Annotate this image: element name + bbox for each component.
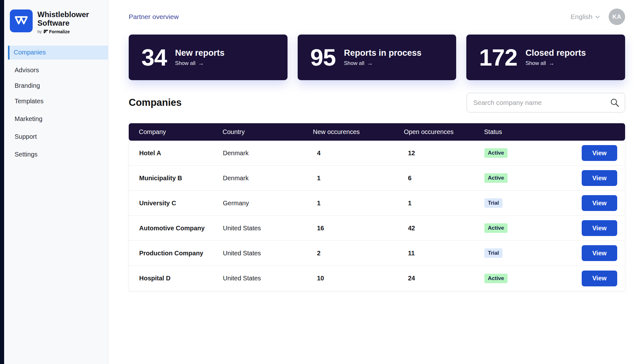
- table-row: University C Germany 1 1 Trial View: [129, 191, 625, 216]
- cell-open-occurences: 11: [404, 250, 484, 257]
- status-badge: Trial: [484, 198, 502, 208]
- table-row: Hospital D United States 10 24 Active Vi…: [129, 266, 625, 291]
- cell-new-occurences: 1: [313, 200, 404, 207]
- status-badge: Active: [484, 223, 508, 233]
- status-badge: Active: [484, 274, 508, 283]
- stat-label: Reports in process: [344, 48, 422, 58]
- cell-company: Production Company: [139, 250, 223, 257]
- table-row: Automotive Company United States 16 42 A…: [129, 216, 625, 241]
- search-icon: [610, 98, 619, 109]
- table-row: Hotel A Denmark 4 12 Active View: [129, 141, 625, 166]
- search-input[interactable]: [467, 93, 625, 112]
- language-label: English: [571, 13, 592, 21]
- cell-new-occurences: 4: [313, 150, 404, 157]
- brand-name-line2: Software: [37, 19, 89, 28]
- cell-country: United States: [223, 250, 313, 257]
- cell-country: Germany: [223, 200, 313, 207]
- stat-value: 34: [141, 44, 167, 71]
- stat-label: New reports: [175, 48, 224, 58]
- sidebar-item-label: Settings: [15, 151, 37, 158]
- cell-country: United States: [223, 225, 313, 232]
- cell-open-occurences: 24: [404, 275, 484, 282]
- arrow-right-icon: →: [367, 60, 373, 67]
- breadcrumb[interactable]: Partner overview: [129, 13, 179, 21]
- show-all-label: Show all: [526, 60, 546, 67]
- show-all-link[interactable]: Show all→: [175, 60, 224, 67]
- view-button[interactable]: View: [582, 220, 617, 236]
- show-all-label: Show all: [175, 60, 195, 67]
- sidebar: Whistleblower Software by Formalize: [4, 0, 108, 364]
- status-badge: Active: [484, 148, 508, 158]
- stat-value: 172: [479, 44, 517, 71]
- companies-section-header: Companies: [129, 93, 625, 112]
- sidebar-item-label: Support: [15, 133, 37, 140]
- cell-new-occurences: 2: [313, 250, 404, 257]
- avatar[interactable]: KA: [609, 9, 625, 25]
- sidebar-item-label: Marketing: [15, 115, 42, 123]
- sidebar-item-label: Templates: [15, 98, 43, 105]
- table-body: Hotel A Denmark 4 12 Active View Municip…: [129, 141, 625, 291]
- cell-new-occurences: 16: [313, 225, 404, 232]
- companies-table: Company Country New occurences Open occu…: [129, 123, 625, 291]
- sidebar-item-advisors[interactable]: Advisors: [4, 62, 108, 78]
- col-header-status: Status: [484, 128, 579, 136]
- table-row: Production Company United States 2 11 Tr…: [129, 241, 625, 266]
- sidebar-item-marketing[interactable]: Marketing: [4, 111, 108, 127]
- language-selector[interactable]: English: [571, 13, 600, 21]
- show-all-link[interactable]: Show all→: [344, 60, 422, 67]
- cell-new-occurences: 1: [313, 175, 404, 182]
- view-button[interactable]: View: [582, 170, 617, 186]
- sidebar-item-support[interactable]: Support: [4, 129, 108, 144]
- view-button[interactable]: View: [582, 245, 617, 261]
- whistleblower-logo-icon: [10, 10, 33, 32]
- left-edge-strip: [0, 0, 4, 364]
- brand-by-label: by: [37, 29, 42, 34]
- cell-open-occurences: 42: [404, 225, 484, 232]
- view-button[interactable]: View: [582, 271, 617, 286]
- view-button[interactable]: View: [582, 195, 617, 211]
- status-badge: Trial: [484, 248, 502, 258]
- table-row: Municipality B Denmark 1 6 Active View: [129, 166, 625, 191]
- cell-company: University C: [139, 200, 223, 207]
- stat-label: Closed reports: [526, 48, 586, 58]
- app-window: Whistleblower Software by Formalize: [0, 0, 634, 364]
- cell-company: Automotive Company: [139, 225, 223, 232]
- sidebar-item-templates[interactable]: Templates: [4, 93, 108, 109]
- arrow-right-icon: →: [548, 60, 554, 67]
- cell-company: Hospital D: [139, 275, 223, 282]
- cell-country: United States: [223, 275, 313, 282]
- stat-card-reports-in-process: 95 Reports in process Show all→: [298, 35, 456, 80]
- brand-logo: Whistleblower Software by Formalize: [4, 0, 108, 34]
- cell-country: Denmark: [223, 175, 313, 182]
- cell-company: Hotel A: [139, 150, 223, 157]
- col-header-new-occurences: New occurences: [313, 128, 404, 136]
- sidebar-item-branding[interactable]: Branding: [4, 78, 108, 93]
- view-button[interactable]: View: [582, 145, 617, 161]
- page-title: Companies: [129, 97, 182, 108]
- brand-name-line1: Whistleblower: [37, 10, 89, 19]
- stat-value: 95: [310, 44, 336, 71]
- col-header-country: Country: [223, 128, 313, 136]
- show-all-link[interactable]: Show all→: [526, 60, 586, 67]
- cell-company: Municipality B: [139, 175, 223, 182]
- cell-open-occurences: 1: [404, 200, 484, 207]
- show-all-label: Show all: [344, 60, 364, 67]
- sidebar-item-label: Companies: [14, 49, 46, 56]
- arrow-right-icon: →: [198, 60, 204, 67]
- brand-text: Whistleblower Software by Formalize: [37, 10, 89, 34]
- col-header-company: Company: [139, 128, 223, 136]
- chevron-down-icon: [595, 16, 600, 18]
- col-header-open-occurences: Open occurences: [404, 128, 484, 136]
- topbar: Partner overview English KA: [129, 0, 625, 25]
- stat-cards: 34 New reports Show all→ 95 Reports in p…: [129, 35, 625, 80]
- table-header-row: Company Country New occurences Open occu…: [129, 123, 625, 141]
- cell-open-occurences: 12: [404, 150, 484, 157]
- sidebar-item-settings[interactable]: Settings: [4, 147, 108, 162]
- stat-card-closed-reports: 172 Closed reports Show all→: [466, 35, 625, 80]
- sidebar-item-companies[interactable]: Companies: [8, 46, 108, 60]
- cell-country: Denmark: [223, 150, 313, 157]
- cell-open-occurences: 6: [404, 175, 484, 182]
- sidebar-nav: Companies Advisors Branding Templates Ma…: [4, 46, 108, 162]
- stat-card-new-reports: 34 New reports Show all→: [129, 35, 288, 80]
- formalize-label: Formalize: [49, 29, 70, 34]
